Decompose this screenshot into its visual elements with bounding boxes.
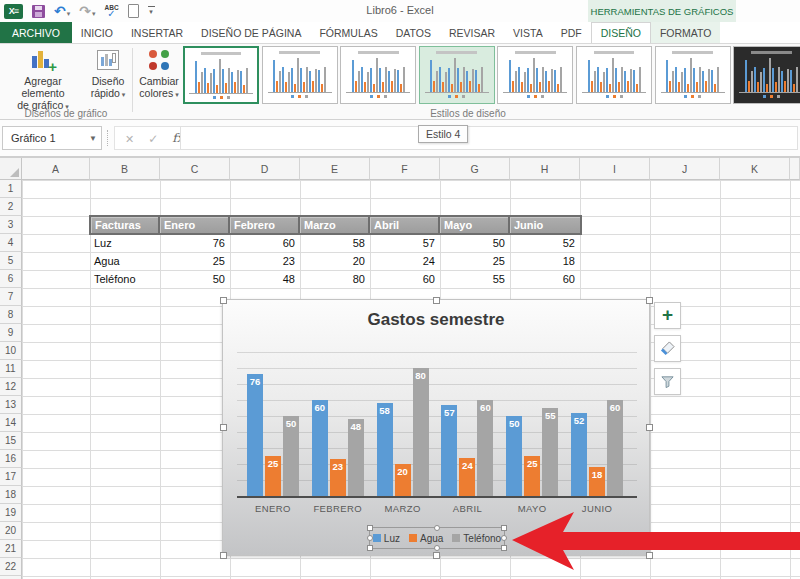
row-header-15[interactable]: 15 xyxy=(0,432,22,450)
chart-style-thumbnail-3[interactable] xyxy=(340,46,416,104)
row-header-6[interactable]: 6 xyxy=(0,270,22,288)
chart-style-thumbnail-1[interactable] xyxy=(183,46,259,104)
row-header-21[interactable]: 21 xyxy=(0,540,22,558)
tab-archivo[interactable]: ARCHIVO xyxy=(0,22,72,43)
table-header-cell-febrero[interactable]: Febrero xyxy=(230,217,300,233)
change-colors-button[interactable]: Cambiar colores xyxy=(136,46,182,101)
bar-luz-febrero[interactable]: 60 xyxy=(312,400,328,496)
bar-luz-junio[interactable]: 52 xyxy=(571,413,587,496)
tab-dise-o-de-p-gina[interactable]: DISEÑO DE PÁGINA xyxy=(192,22,310,43)
cell-value[interactable]: 23 xyxy=(230,252,300,270)
name-box-dropdown-icon[interactable]: ▼ xyxy=(89,134,97,143)
column-header-D[interactable]: D xyxy=(230,158,300,180)
legend-selection-handle[interactable] xyxy=(367,535,373,541)
bar-agua-marzo[interactable]: 20 xyxy=(395,464,411,496)
tab-f-rmulas[interactable]: FÓRMULAS xyxy=(310,22,386,43)
column-header-A[interactable]: A xyxy=(22,158,90,180)
column-header-J[interactable]: J xyxy=(650,158,720,180)
chart-selection-handle[interactable] xyxy=(433,297,440,304)
cell-value[interactable]: 80 xyxy=(300,270,370,288)
enter-formula-icon[interactable] xyxy=(148,129,158,147)
undo-dropdown-icon[interactable]: ▾ xyxy=(67,10,71,17)
cell-value[interactable]: 52 xyxy=(510,234,580,252)
table-header-cell-facturas[interactable]: Facturas xyxy=(91,217,160,233)
column-header-F[interactable]: F xyxy=(370,158,440,180)
quick-layout-button[interactable]: Diseño rápido xyxy=(86,46,130,101)
row-header-14[interactable]: 14 xyxy=(0,414,22,432)
tab-datos[interactable]: DATOS xyxy=(387,22,440,43)
cell-value[interactable]: 60 xyxy=(510,270,580,288)
row-header-9[interactable]: 9 xyxy=(0,324,22,342)
row-header-1[interactable]: 1 xyxy=(0,180,22,198)
undo-button[interactable]: ▾ xyxy=(54,2,70,20)
bar-teléfono-enero[interactable]: 50 xyxy=(283,416,299,496)
chart-selection-handle[interactable] xyxy=(220,297,227,304)
legend-selection-handle[interactable] xyxy=(501,525,507,531)
column-header-G[interactable]: G xyxy=(440,158,510,180)
column-header-K[interactable]: K xyxy=(720,158,790,180)
chart-selection-handle[interactable] xyxy=(646,424,653,431)
legend-selection-handle[interactable] xyxy=(501,545,507,551)
legend-selection-handle[interactable] xyxy=(434,545,440,551)
legend-item-teléfono[interactable]: Teléfono xyxy=(452,533,501,544)
formula-input[interactable] xyxy=(180,126,798,150)
bar-teléfono-mayo[interactable]: 55 xyxy=(542,408,558,496)
bar-agua-enero[interactable]: 25 xyxy=(265,456,281,496)
cell-value[interactable]: 57 xyxy=(370,234,440,252)
chart-style-thumbnail-7[interactable] xyxy=(655,46,731,104)
cell-value[interactable]: 20 xyxy=(300,252,370,270)
column-header-I[interactable]: I xyxy=(580,158,650,180)
tab-vista[interactable]: VISTA xyxy=(504,22,552,43)
bar-agua-junio[interactable]: 18 xyxy=(589,467,605,496)
cell-value[interactable]: 48 xyxy=(230,270,300,288)
legend-selection-handle[interactable] xyxy=(367,545,373,551)
legend-selection-handle[interactable] xyxy=(501,535,507,541)
row-header-12[interactable]: 12 xyxy=(0,378,22,396)
tab-pdf[interactable]: PDF xyxy=(552,22,591,43)
table-header-cell-abril[interactable]: Abril xyxy=(370,217,440,233)
row-header-18[interactable]: 18 xyxy=(0,486,22,504)
bar-agua-abril[interactable]: 24 xyxy=(459,458,475,496)
chart-legend[interactable]: LuzAguaTeléfono xyxy=(369,527,505,549)
bar-teléfono-junio[interactable]: 60 xyxy=(607,400,623,496)
row-header-22[interactable]: 22 xyxy=(0,558,22,576)
chart-styles-brush-button[interactable] xyxy=(654,335,681,362)
row-header-5[interactable]: 5 xyxy=(0,252,22,270)
row-header-11[interactable]: 11 xyxy=(0,360,22,378)
tab-revisar[interactable]: REVISAR xyxy=(440,22,504,43)
redo-button[interactable]: ▾ xyxy=(79,2,95,20)
tab-insertar[interactable]: INSERTAR xyxy=(122,22,192,43)
table-header-cell-mayo[interactable]: Mayo xyxy=(440,217,510,233)
select-all-corner[interactable] xyxy=(0,158,22,180)
add-chart-element-button[interactable]: + Agregar elemento de gráfico xyxy=(2,46,84,113)
spellcheck-icon[interactable] xyxy=(105,5,119,17)
chart-style-thumbnail-4[interactable] xyxy=(419,46,495,104)
redo-dropdown-icon[interactable]: ▾ xyxy=(92,10,96,17)
cell-value[interactable]: 18 xyxy=(510,252,580,270)
cell-value[interactable]: 60 xyxy=(370,270,440,288)
qat-customize-icon[interactable] xyxy=(148,6,155,16)
cell-label-agua[interactable]: Agua xyxy=(90,252,160,270)
column-header-H[interactable]: H xyxy=(510,158,580,180)
cell-value[interactable]: 50 xyxy=(440,234,510,252)
chart-style-thumbnail-8[interactable] xyxy=(733,46,800,104)
name-box[interactable]: Gráfico 1 ▼ xyxy=(2,126,102,150)
row-header-10[interactable]: 10 xyxy=(0,342,22,360)
excel-logo-icon[interactable] xyxy=(4,4,23,19)
bar-luz-enero[interactable]: 76 xyxy=(247,374,263,496)
cell-value[interactable]: 25 xyxy=(160,252,230,270)
column-header-partial[interactable] xyxy=(790,158,800,180)
chart-selection-handle[interactable] xyxy=(646,297,653,304)
row-header-2[interactable]: 2 xyxy=(0,198,22,216)
bar-teléfono-abril[interactable]: 60 xyxy=(477,400,493,496)
row-header-17[interactable]: 17 xyxy=(0,468,22,486)
row-header-16[interactable]: 16 xyxy=(0,450,22,468)
table-header-cell-marzo[interactable]: Marzo xyxy=(300,217,370,233)
row-header-8[interactable]: 8 xyxy=(0,306,22,324)
cell-label-luz[interactable]: Luz xyxy=(90,234,160,252)
cell-value[interactable]: 24 xyxy=(370,252,440,270)
chart-elements-plus-button[interactable] xyxy=(654,302,681,329)
row-header-4[interactable]: 4 xyxy=(0,234,22,252)
table-header-cell-enero[interactable]: Enero xyxy=(160,217,230,233)
bar-luz-abril[interactable]: 57 xyxy=(441,405,457,496)
